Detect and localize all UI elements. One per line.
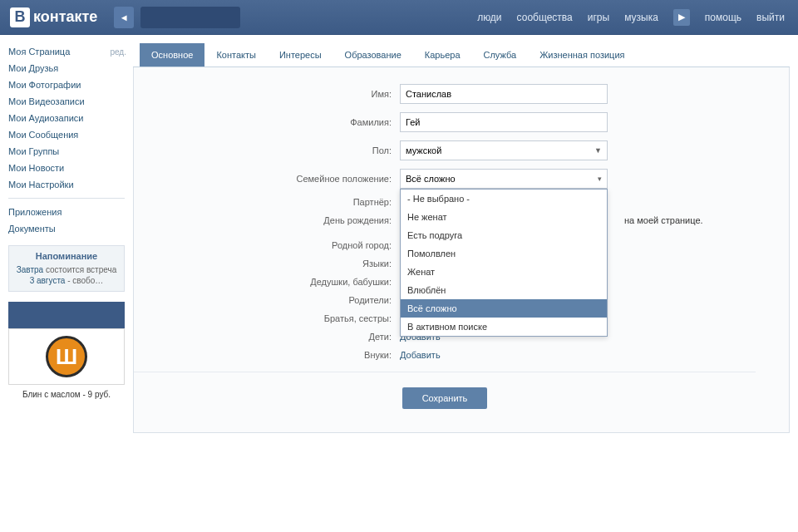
tab-life-position[interactable]: Жизненная позиция: [528, 43, 636, 66]
sidebar-item-messages[interactable]: Мои Сообщения: [8, 130, 78, 140]
select-gender[interactable]: мужской ▼: [400, 140, 608, 160]
label-hometown: Родной город:: [134, 240, 400, 250]
status-dropdown: - Не выбрано - Не женат Есть подруга Пом…: [400, 189, 608, 337]
tab-contacts[interactable]: Контакты: [204, 43, 268, 66]
sidebar-item-docs[interactable]: Документы: [8, 224, 56, 234]
sidebar: Моя Страница ред. Мои Друзья Мои Фотогра…: [0, 35, 133, 433]
input-name[interactable]: [400, 84, 608, 104]
header-nav: люди сообщества игры музыка ▶ помощь вый…: [464, 9, 798, 26]
input-surname[interactable]: [400, 112, 608, 132]
select-gender-value: мужской: [406, 145, 441, 155]
sidebar-item-my-page[interactable]: Моя Страница: [8, 47, 70, 57]
ad-caption: Блин с маслом - 9 руб.: [8, 390, 125, 399]
status-option-engaged[interactable]: Помолвлен: [401, 244, 607, 263]
sidebar-item-news[interactable]: Мои Новости: [8, 163, 64, 173]
select-status-value: Всё сложно: [406, 174, 456, 184]
tab-career[interactable]: Карьера: [413, 43, 472, 66]
status-option-single[interactable]: Не женат: [401, 208, 607, 226]
sidebar-item-audio[interactable]: Мои Аудиозаписи: [8, 113, 83, 123]
label-languages: Языки:: [134, 259, 400, 268]
nav-games[interactable]: игры: [588, 12, 609, 23]
reminder-title: Напоминание: [16, 251, 117, 261]
label-birthday: День рождения:: [134, 215, 400, 225]
label-name: Имя:: [134, 89, 400, 99]
label-grandparents: Дедушки, бабушки:: [134, 277, 400, 287]
nav-people[interactable]: люди: [477, 12, 501, 23]
ad-image: Ш: [8, 328, 125, 385]
label-parents: Родители:: [134, 295, 400, 305]
play-button[interactable]: ▶: [673, 9, 690, 26]
logo[interactable]: В контакте: [0, 7, 107, 27]
sidebar-item-videos[interactable]: Мои Видеозаписи: [8, 96, 85, 106]
add-grandchildren[interactable]: Добавить: [400, 350, 441, 360]
sidebar-item-friends[interactable]: Мои Друзья: [8, 63, 58, 73]
divider: [8, 198, 125, 199]
ad-banner-top: [8, 302, 125, 328]
reminder-tomorrow-link[interactable]: Завтра: [17, 265, 43, 274]
label-siblings: Братья, сестры:: [134, 313, 400, 323]
nav-help[interactable]: помощь: [705, 12, 741, 23]
status-option-in-love[interactable]: Влюблён: [401, 281, 607, 299]
back-button[interactable]: ◄: [114, 7, 134, 28]
status-option-none[interactable]: - Не выбрано -: [401, 190, 607, 208]
sidebar-edit-link[interactable]: ред.: [110, 47, 126, 57]
tabs: Основное Контакты Интересы Образование К…: [133, 43, 790, 67]
select-status[interactable]: Всё сложно ▾: [400, 169, 608, 189]
play-icon: ▶: [678, 12, 685, 22]
label-grandchildren: Внуки:: [134, 350, 400, 360]
label-surname: Фамилия:: [134, 117, 400, 127]
status-option-has-girlfriend[interactable]: Есть подруга: [401, 226, 607, 244]
sidebar-item-groups[interactable]: Мои Группы: [8, 146, 59, 156]
label-gender: Пол:: [134, 145, 400, 155]
label-children: Дети:: [134, 332, 400, 342]
status-option-searching[interactable]: В активном поиске: [401, 318, 607, 336]
page-note: на моей странице.: [624, 215, 703, 225]
form-area: Имя: Фамилия: Пол: мужской ▼ Семейное по…: [133, 67, 790, 433]
ad-logo-icon: Ш: [46, 336, 87, 377]
nav-communities[interactable]: сообщества: [517, 12, 573, 23]
nav-logout[interactable]: выйти: [756, 12, 785, 23]
tab-education[interactable]: Образование: [333, 43, 413, 66]
sidebar-item-apps[interactable]: Приложения: [8, 207, 62, 217]
nav-music[interactable]: музыка: [624, 12, 658, 23]
save-button[interactable]: Сохранить: [402, 387, 488, 409]
tab-main[interactable]: Основное: [140, 43, 204, 66]
reminder-box: Напоминание Завтра состоится встреча 3 а…: [8, 245, 125, 292]
status-option-complicated[interactable]: Всё сложно: [401, 299, 607, 318]
header: В контакте ◄ люди сообщества игры музыка…: [0, 0, 798, 35]
reminder-date-link[interactable]: 3 августа: [30, 276, 66, 285]
status-option-married[interactable]: Женат: [401, 263, 607, 281]
chevron-down-icon: ▼: [594, 146, 602, 155]
label-partner: Партнёр:: [134, 197, 400, 207]
sidebar-item-settings[interactable]: Мои Настройки: [8, 180, 74, 190]
tab-military[interactable]: Служба: [472, 43, 529, 66]
header-search-box[interactable]: [140, 7, 240, 28]
logo-text: контакте: [33, 8, 97, 26]
sidebar-item-photos[interactable]: Мои Фотографии: [8, 80, 81, 90]
tab-interests[interactable]: Интересы: [268, 43, 333, 66]
chevron-left-icon: ◄: [120, 12, 129, 22]
reminder-text: Завтра состоится встреча 3 августа - сво…: [16, 264, 117, 286]
main-content: Основное Контакты Интересы Образование К…: [133, 35, 798, 433]
logo-icon: В: [10, 7, 30, 27]
label-status: Семейное положение:: [134, 174, 400, 184]
chevron-down-icon: ▾: [598, 175, 602, 183]
ad-block[interactable]: Ш Блин с маслом - 9 руб.: [8, 302, 125, 399]
